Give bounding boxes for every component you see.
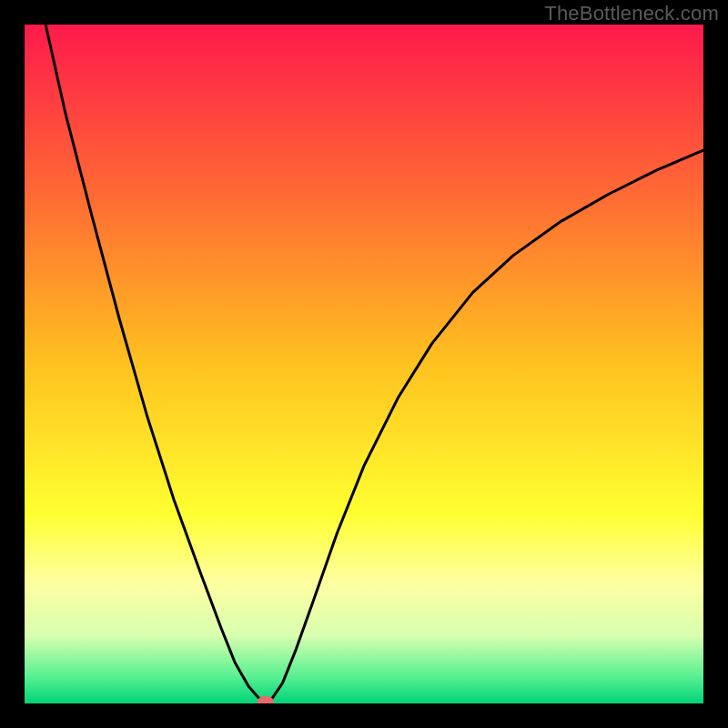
watermark-text: TheBottleneck.com [544, 2, 719, 25]
chart-container: TheBottleneck.com [0, 0, 728, 728]
plot-svg [25, 25, 703, 703]
plot-area [25, 25, 703, 703]
gradient-background [25, 25, 703, 703]
